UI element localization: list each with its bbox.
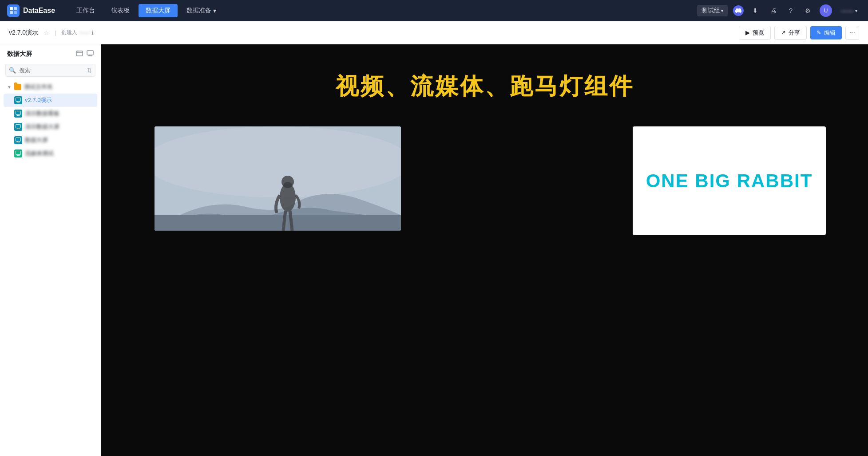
- logo-area: DataEase: [7, 4, 69, 17]
- svg-rect-0: [10, 7, 13, 10]
- search-input[interactable]: [5, 64, 95, 77]
- video-widget[interactable]: [155, 126, 401, 231]
- user-name-label: ——: [841, 7, 853, 14]
- folder-icon: [14, 84, 21, 90]
- page-title: v2.7.0演示: [9, 29, 38, 37]
- search-icon: 🔍: [9, 67, 16, 74]
- svg-rect-7: [16, 111, 21, 115]
- svg-rect-10: [16, 151, 21, 155]
- user-menu[interactable]: —— ▾: [837, 5, 861, 16]
- svg-rect-3: [14, 11, 17, 14]
- dropdown-arrow-icon: ▾: [213, 7, 216, 14]
- svg-rect-17: [155, 126, 401, 231]
- nav-items: 工作台 仪表板 数据大屏 数据准备 ▾: [69, 4, 697, 17]
- folder-name: 测试文件夹: [24, 83, 94, 91]
- edit-icon: ✎: [816, 29, 821, 36]
- canvas-area: 视频、流媒体、跑马灯组件: [101, 44, 868, 456]
- test-group-label: 测试组: [702, 7, 720, 15]
- sidebar-item-4[interactable]: 数据大屏: [4, 134, 97, 147]
- sidebar-item-active[interactable]: v2.7.0演示: [4, 94, 97, 107]
- settings-button[interactable]: ⚙: [801, 5, 814, 16]
- svg-rect-9: [16, 138, 21, 142]
- video-content: [155, 126, 401, 231]
- nav-dashboard[interactable]: 仪表板: [104, 4, 137, 17]
- creator-info: 创建人 —— ℹ: [61, 29, 94, 36]
- sidebar-search: 🔍 ⇅: [0, 64, 101, 80]
- new-screen-icon[interactable]: [87, 50, 94, 59]
- download-icon: ⬇: [753, 7, 758, 14]
- screen-icon-4: [14, 136, 22, 144]
- screen-icon-5-green: [14, 149, 22, 157]
- top-navigation: DataEase 工作台 仪表板 数据大屏 数据准备 ▾ 测试组 ▾ ⬇ 🖨: [0, 0, 868, 21]
- screen-icon-2: [14, 110, 22, 118]
- help-icon: ?: [789, 7, 793, 14]
- print-icon: 🖨: [770, 7, 777, 14]
- preview-button[interactable]: ▶ 预览: [739, 26, 771, 40]
- preview-icon: ▶: [745, 29, 750, 36]
- svg-rect-4: [76, 51, 83, 56]
- sidebar-title: 数据大屏: [7, 50, 32, 58]
- main-layout: 数据大屏 🔍: [0, 44, 868, 456]
- screen-icon-3: [14, 123, 22, 131]
- print-button[interactable]: 🖨: [767, 5, 780, 16]
- sidebar-folder[interactable]: ▼ 测试文件夹: [4, 80, 97, 94]
- gear-icon: ⚙: [805, 7, 811, 14]
- sidebar-item-label-4: 数据大屏: [25, 136, 94, 144]
- sidebar-header: 数据大屏: [0, 44, 101, 64]
- test-group-dropdown[interactable]: 测试组 ▾: [697, 5, 728, 16]
- sidebar-item-3[interactable]: 演示数据大屏: [4, 120, 97, 134]
- screen-icon-teal: [14, 96, 22, 104]
- download-button[interactable]: ⬇: [749, 5, 761, 16]
- nav-datascreen[interactable]: 数据大屏: [139, 4, 178, 17]
- share-button[interactable]: ↗ 分享: [774, 26, 807, 40]
- sidebar-item-5[interactable]: 流媒体测试: [4, 147, 97, 160]
- filter-icon[interactable]: ⇅: [87, 67, 92, 74]
- creator-name: ——: [79, 30, 90, 36]
- sidebar-item-label-2: 演示数据看板: [25, 110, 94, 118]
- discord-icon: [733, 5, 744, 16]
- sidebar-header-icons: [76, 50, 94, 59]
- edit-button[interactable]: ✎ 编辑: [810, 26, 842, 39]
- nav-workbench[interactable]: 工作台: [69, 4, 102, 17]
- folder-arrow-icon: ▼: [7, 85, 12, 90]
- sidebar-item-2[interactable]: 演示数据看板: [4, 107, 97, 120]
- chevron-down-icon: ▾: [721, 8, 723, 13]
- share-icon: ↗: [781, 29, 786, 36]
- sidebar-item-label: v2.7.0演示: [25, 96, 94, 104]
- streaming-text: ONE BIG RABBIT: [646, 170, 813, 192]
- star-icon[interactable]: ☆: [44, 29, 49, 36]
- avatar[interactable]: U: [820, 4, 832, 17]
- nav-right: 测试组 ▾ ⬇ 🖨 ? ⚙ U —— ▾: [697, 4, 861, 17]
- help-button[interactable]: ?: [785, 5, 796, 16]
- streaming-widget[interactable]: ONE BIG RABBIT: [633, 126, 826, 235]
- sidebar-item-label-3: 演示数据大屏: [25, 123, 94, 131]
- sub-header-actions: ▶ 预览 ↗ 分享 ✎ 编辑 ···: [739, 26, 859, 40]
- svg-rect-8: [16, 125, 21, 128]
- sidebar: 数据大屏 🔍: [0, 44, 101, 456]
- canvas-title: 视频、流媒体、跑马灯组件: [101, 71, 868, 102]
- svg-rect-6: [16, 98, 21, 102]
- sub-header: v2.7.0演示 ☆ | 创建人 —— ℹ ▶ 预览 ↗ 分享 ✎ 编辑 ···: [0, 21, 868, 44]
- nav-dataprep[interactable]: 数据准备 ▾: [179, 4, 223, 17]
- info-icon[interactable]: ℹ: [91, 30, 94, 36]
- app-name: DataEase: [23, 7, 55, 15]
- sidebar-item-label-5: 流媒体测试: [25, 149, 94, 157]
- new-folder-icon[interactable]: [76, 50, 83, 59]
- svg-rect-1: [14, 7, 17, 10]
- svg-rect-2: [10, 11, 13, 14]
- user-chevron-icon: ▾: [855, 8, 857, 13]
- logo-icon: [7, 4, 20, 17]
- svg-rect-5: [87, 51, 93, 55]
- sidebar-list: ▼ 测试文件夹 v2.7.0演示: [0, 80, 101, 456]
- more-options-button[interactable]: ···: [845, 26, 859, 40]
